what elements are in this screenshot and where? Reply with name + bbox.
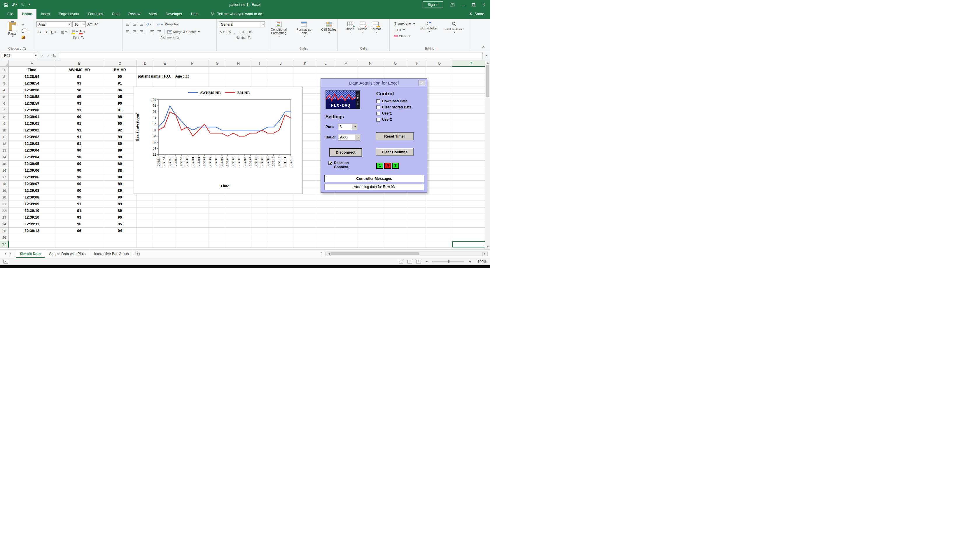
cell-F23[interactable] [176,214,209,221]
cell-Q4[interactable] [427,87,452,94]
cell-Q26[interactable] [427,234,452,241]
cell-R19[interactable] [452,187,485,194]
column-header-I[interactable]: I [251,60,268,67]
cell-Q22[interactable] [427,208,452,214]
column-header-H[interactable]: H [226,60,251,67]
cell-E24[interactable] [154,221,176,228]
row-header-3[interactable]: 3 [0,80,9,87]
cell-J1[interactable] [268,67,293,73]
scroll-down-arrow[interactable] [487,246,489,249]
bold-button[interactable] [37,29,43,35]
cell-K26[interactable] [293,234,317,241]
cell-C16[interactable]: 88 [103,167,137,174]
name-box-dropdown[interactable] [33,52,38,59]
format-painter-button[interactable] [21,35,30,40]
cell-A13[interactable]: 12:39:04 [9,147,56,154]
cell-I22[interactable] [251,208,268,214]
cell-Q8[interactable] [427,114,452,121]
collapse-ribbon-button[interactable] [482,46,485,49]
cell-Q20[interactable] [427,194,452,201]
cell-N24[interactable] [358,221,383,228]
cell-R18[interactable] [452,181,485,187]
cell-C14[interactable]: 88 [103,154,137,160]
sheet-tab-interactive-bar-graph[interactable]: Interactive Bar Graph [90,250,133,258]
baud-dropdown-button[interactable] [355,134,360,140]
customize-qat-button[interactable] [28,4,30,5]
next-sheet-arrow[interactable] [10,253,12,255]
share-button[interactable]: Share [463,10,490,19]
cell-L1[interactable] [317,67,334,73]
row-header-14[interactable]: 14 [0,154,9,160]
cell-F3[interactable] [176,80,209,87]
row-header-7[interactable]: 7 [0,107,9,114]
cell-A10[interactable]: 12:39:02 [9,127,56,134]
cell-C18[interactable]: 89 [103,181,137,187]
cell-E3[interactable] [154,80,176,87]
cell-R7[interactable] [452,107,485,114]
merge-center-button[interactable]: Merge & Center [167,29,200,34]
cell-M1[interactable] [334,67,358,73]
cell-A5[interactable]: 12:38:58 [9,94,56,100]
cell-R1[interactable] [452,67,485,73]
cell-D23[interactable] [137,214,154,221]
cell-Q13[interactable] [427,147,452,154]
cell-M25[interactable] [334,228,358,234]
cell-Q5[interactable] [427,94,452,100]
vertical-scrollbar[interactable] [485,60,490,249]
middle-align-button[interactable] [132,21,138,27]
borders-button[interactable] [61,29,67,35]
copy-button[interactable] [21,29,30,33]
cell-R23[interactable] [452,214,485,221]
cell-Q7[interactable] [427,107,452,114]
row-header-16[interactable]: 16 [0,167,9,174]
cell-B9[interactable]: 91 [56,121,103,127]
cell-B4[interactable]: 98 [56,87,103,94]
cell-J2[interactable] [268,73,293,80]
cell-R14[interactable] [452,154,485,160]
cell-B11[interactable]: 91 [56,134,103,141]
cell-R6[interactable] [452,100,485,107]
cell-Q12[interactable] [427,141,452,147]
cell-C17[interactable]: 88 [103,174,137,181]
cell-F25[interactable] [176,228,209,234]
row-header-20[interactable]: 20 [0,194,9,201]
cell-H26[interactable] [226,234,251,241]
align-right-button[interactable] [138,29,145,35]
cell-B24[interactable]: 96 [56,221,103,228]
cell-Q16[interactable] [427,167,452,174]
cell-Q9[interactable] [427,121,452,127]
cell-R20[interactable] [452,194,485,201]
ribbon-tab-page-layout[interactable]: Page Layout [54,10,83,19]
zoom-out-button[interactable] [425,259,428,264]
previous-sheet-arrow[interactable] [3,253,6,255]
row-header-22[interactable]: 22 [0,208,9,214]
cell-A14[interactable]: 12:39:04 [9,154,56,160]
font-name-combo[interactable]: Arial [37,21,72,27]
cell-C1[interactable]: BM-HR [103,67,137,73]
baud-select[interactable]: 9600 [338,134,360,141]
cell-B10[interactable]: 91 [56,127,103,134]
row-header-6[interactable]: 6 [0,100,9,107]
cell-O21[interactable] [383,201,408,208]
cell-L21[interactable] [317,201,334,208]
sign-in-button[interactable]: Sign in [423,2,443,8]
cell-Q19[interactable] [427,187,452,194]
cell-G21[interactable] [209,201,226,208]
cell-A3[interactable]: 12:38:54 [9,80,56,87]
italic-button[interactable] [43,29,49,35]
cell-L27[interactable] [317,241,334,248]
cell-J22[interactable] [268,208,293,214]
cell-P25[interactable] [408,228,427,234]
zoom-level[interactable]: 100% [476,260,487,264]
row-header-2[interactable]: 2 [0,73,9,80]
cell-O24[interactable] [383,221,408,228]
cell-G2[interactable] [209,73,226,80]
cell-N23[interactable] [358,214,383,221]
cell-B6[interactable]: 93 [56,100,103,107]
zoom-slider-thumb[interactable] [448,260,449,263]
cell-P20[interactable] [408,194,427,201]
controller-messages-button[interactable]: Controller Messages [325,175,424,182]
cell-A15[interactable]: 12:39:05 [9,160,56,167]
cell-H3[interactable] [226,80,251,87]
number-format-dropdown[interactable] [260,22,264,27]
